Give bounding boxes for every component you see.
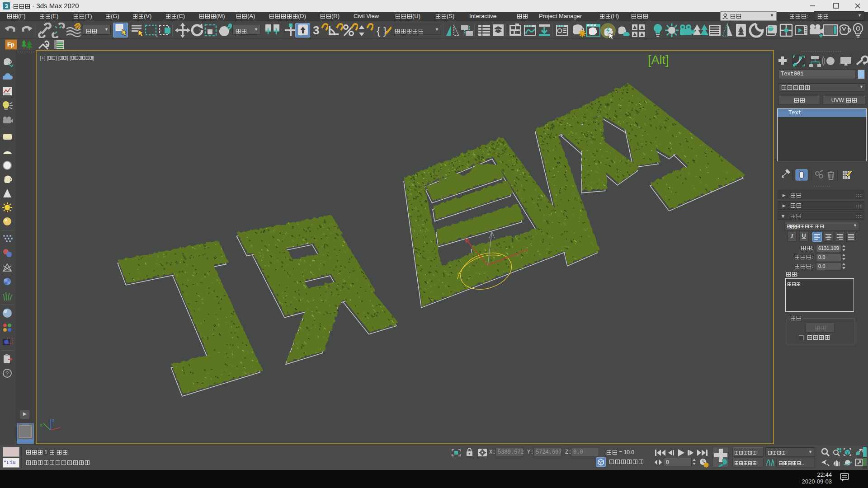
svg-text:3: 3 (5, 3, 8, 9)
svg-text:x: x (40, 422, 42, 427)
svg-text:3: 3 (313, 23, 319, 37)
svg-text:z: z (52, 418, 55, 423)
svg-text:?: ? (5, 370, 9, 377)
svg-text:{ }: { } (377, 24, 387, 37)
